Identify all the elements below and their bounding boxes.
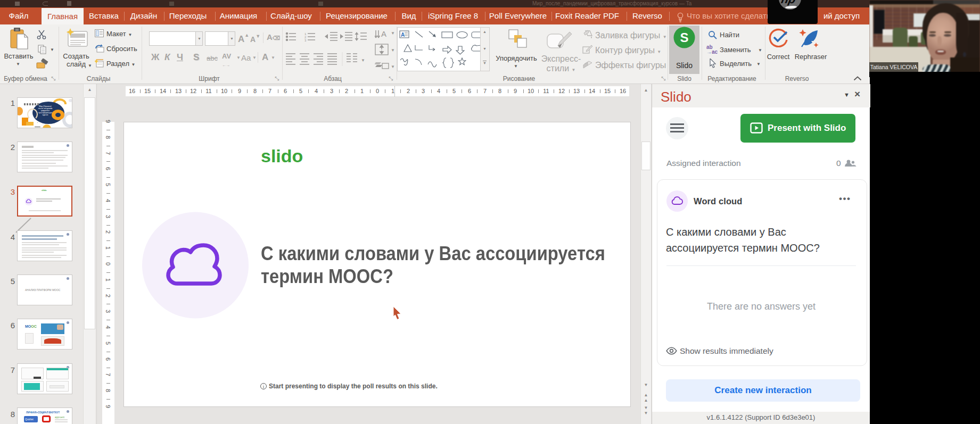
svg-text:▼: ▼ [391,48,395,53]
svg-text:▼: ▼ [391,31,395,36]
svg-text:▼: ▼ [361,58,365,63]
svg-text:A: A [381,29,386,38]
svg-text:▼: ▼ [391,64,395,69]
svg-text:S: S [680,30,688,45]
svg-text:A: A [401,32,405,38]
svg-text:3: 3 [304,39,307,42]
